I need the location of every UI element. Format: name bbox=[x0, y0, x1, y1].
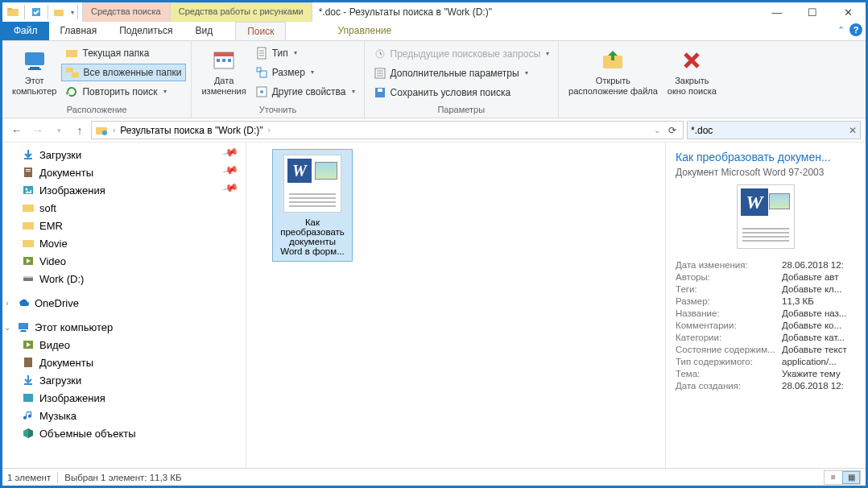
details-value[interactable]: application/... bbox=[782, 357, 856, 366]
file-item-selected[interactable]: W Как преобразовать документы Word в фор… bbox=[272, 149, 353, 262]
pin-icon[interactable]: 📌 bbox=[221, 180, 246, 201]
svg-rect-39 bbox=[19, 323, 28, 329]
tree-downloads[interactable]: Загрузки📌 bbox=[2, 146, 246, 163]
expand-icon[interactable]: › bbox=[2, 299, 12, 308]
details-row: Комментарии:Добавьте ко... bbox=[676, 321, 856, 330]
details-value[interactable]: 28.06.2018 12: bbox=[782, 381, 856, 391]
search-input[interactable] bbox=[691, 125, 849, 136]
tree-documents[interactable]: Документы📌 bbox=[2, 163, 246, 181]
svg-rect-23 bbox=[378, 89, 382, 92]
tree-soft[interactable]: soft bbox=[2, 199, 246, 217]
ribbon-group-params: Параметры bbox=[365, 103, 559, 118]
details-value[interactable]: 28.06.2018 12: bbox=[782, 260, 856, 270]
ribbon-other-props[interactable]: Другие свойства▾ bbox=[251, 83, 359, 101]
folder-icon bbox=[95, 124, 108, 137]
tree-pc-music[interactable]: Музыка bbox=[2, 407, 246, 424]
breadcrumb-segment[interactable]: Результаты поиска в "Work (D:)" bbox=[120, 125, 262, 136]
details-row: Категории:Добавьте кат... bbox=[676, 333, 856, 342]
tab-view[interactable]: Вид bbox=[184, 22, 224, 40]
tab-search[interactable]: Поиск bbox=[235, 22, 286, 40]
ribbon-repeat-search[interactable]: Повторить поиск▾ bbox=[61, 83, 186, 101]
ribbon-size[interactable]: Размер▾ bbox=[251, 64, 359, 81]
svg-rect-35 bbox=[23, 240, 34, 247]
pin-icon[interactable]: 📌 bbox=[221, 162, 246, 184]
details-value[interactable]: Добавьте кат... bbox=[782, 333, 856, 342]
ribbon-current-folder[interactable]: Текущая папка bbox=[61, 44, 186, 62]
details-value[interactable]: 11,3 КБ bbox=[782, 296, 856, 306]
address-bar[interactable]: › Результаты поиска в "Work (D:)" › ⌄ ⟳ bbox=[91, 121, 684, 139]
details-value[interactable]: Укажите тему bbox=[782, 369, 856, 378]
clear-search-icon[interactable]: ✕ bbox=[849, 125, 857, 136]
tree-this-pc[interactable]: ⌄Этот компьютер bbox=[2, 318, 246, 336]
ribbon-date-modified[interactable]: Дата изменения bbox=[196, 43, 250, 101]
details-value[interactable]: Добавьте кл... bbox=[782, 284, 856, 294]
svg-rect-44 bbox=[24, 383, 32, 385]
ribbon-open-location[interactable]: Открыть расположение файла bbox=[564, 43, 663, 101]
tab-share[interactable]: Поделиться bbox=[108, 22, 184, 40]
details-label: Категории: bbox=[676, 333, 782, 342]
address-dropdown-icon[interactable]: ⌄ bbox=[652, 126, 662, 134]
qat-properties-icon[interactable] bbox=[28, 4, 44, 20]
help-icon[interactable]: ? bbox=[849, 23, 862, 36]
ribbon-all-subfolders[interactable]: Все вложенные папки bbox=[61, 64, 186, 81]
tree-movie[interactable]: Movie bbox=[2, 234, 246, 252]
view-icons-button[interactable]: ▦ bbox=[842, 471, 860, 484]
qat-dropdown-icon[interactable]: ▾ bbox=[71, 9, 74, 16]
details-value[interactable]: Добавьте текст bbox=[782, 345, 856, 354]
ribbon-type[interactable]: Тип▾ bbox=[251, 44, 359, 62]
details-thumbnail: W bbox=[737, 184, 795, 249]
tree-pc-documents[interactable]: Документы bbox=[2, 354, 246, 371]
tree-images[interactable]: Изображения📌 bbox=[2, 181, 246, 199]
svg-point-32 bbox=[26, 188, 28, 191]
tree-work-d[interactable]: Work (D:) bbox=[2, 270, 246, 287]
svg-rect-13 bbox=[222, 59, 225, 62]
details-label: Размер: bbox=[676, 296, 782, 306]
chevron-right-icon[interactable]: › bbox=[267, 126, 272, 134]
content-area[interactable]: W Как преобразовать документы Word в фор… bbox=[246, 143, 666, 468]
nav-recent-dropdown[interactable]: ▾ bbox=[49, 121, 68, 140]
nav-up-button[interactable]: ↑ bbox=[70, 121, 89, 140]
nav-back-button[interactable]: ← bbox=[7, 121, 27, 140]
ribbon-recent-searches: Предыдущие поисковые запросы▾ bbox=[370, 45, 554, 63]
svg-rect-28 bbox=[24, 167, 32, 177]
details-value[interactable]: Добавьте ко... bbox=[782, 321, 856, 330]
collapse-icon[interactable]: ⌄ bbox=[2, 323, 12, 332]
tab-home[interactable]: Главная bbox=[49, 22, 109, 40]
ribbon-close-search[interactable]: Закрыть окно поиска bbox=[663, 43, 721, 101]
svg-rect-43 bbox=[24, 358, 32, 367]
status-count: 1 элемент bbox=[7, 473, 51, 482]
tree-video[interactable]: Video bbox=[2, 252, 246, 270]
pin-icon[interactable]: 📌 bbox=[221, 144, 246, 166]
tree-pc-3d[interactable]: Объемные объекты bbox=[2, 424, 246, 442]
chevron-right-icon[interactable]: › bbox=[111, 126, 117, 134]
status-selection: Выбран 1 элемент: 11,3 КБ bbox=[64, 473, 181, 482]
tree-onedrive[interactable]: ›OneDrive bbox=[2, 294, 246, 312]
word-icon: W bbox=[286, 157, 313, 184]
tab-manage[interactable]: Управление bbox=[326, 22, 403, 40]
tree-pc-video[interactable]: Видео bbox=[2, 336, 246, 354]
app-icon[interactable] bbox=[5, 4, 21, 20]
nav-forward-button[interactable]: → bbox=[28, 121, 48, 140]
refresh-icon[interactable]: ⟳ bbox=[665, 125, 680, 136]
ribbon-date-label: Дата изменения bbox=[201, 76, 246, 96]
ribbon-collapse-icon[interactable]: ⌃ bbox=[837, 25, 845, 35]
tree-pc-downloads[interactable]: Загрузки bbox=[2, 371, 246, 389]
search-box[interactable]: ✕ bbox=[687, 121, 861, 139]
tree-pc-images[interactable]: Изображения bbox=[2, 389, 246, 407]
qat-new-folder-icon[interactable] bbox=[52, 4, 68, 20]
details-value[interactable]: Добавьте наз... bbox=[782, 308, 856, 318]
maximize-button[interactable]: ☐ bbox=[795, 2, 830, 22]
details-value[interactable]: Добавьте авт bbox=[782, 272, 856, 282]
minimize-button[interactable]: — bbox=[759, 2, 795, 22]
tree-emr[interactable]: EMR bbox=[2, 217, 246, 234]
close-button[interactable]: ✕ bbox=[830, 2, 866, 22]
details-subtitle: Документ Microsoft Word 97-2003 bbox=[676, 167, 856, 178]
tab-file[interactable]: Файл bbox=[2, 22, 49, 40]
view-details-button[interactable]: ≡ bbox=[825, 471, 842, 484]
ribbon-group-location: Расположение bbox=[2, 103, 191, 118]
ribbon-advanced-options[interactable]: Дополнительные параметры▾ bbox=[370, 64, 554, 82]
ribbon-this-pc[interactable]: Этот компьютер bbox=[7, 43, 61, 101]
svg-rect-3 bbox=[54, 10, 64, 16]
details-row: Размер:11,3 КБ bbox=[676, 296, 856, 306]
ribbon-save-search[interactable]: Сохранить условия поиска bbox=[370, 84, 554, 101]
